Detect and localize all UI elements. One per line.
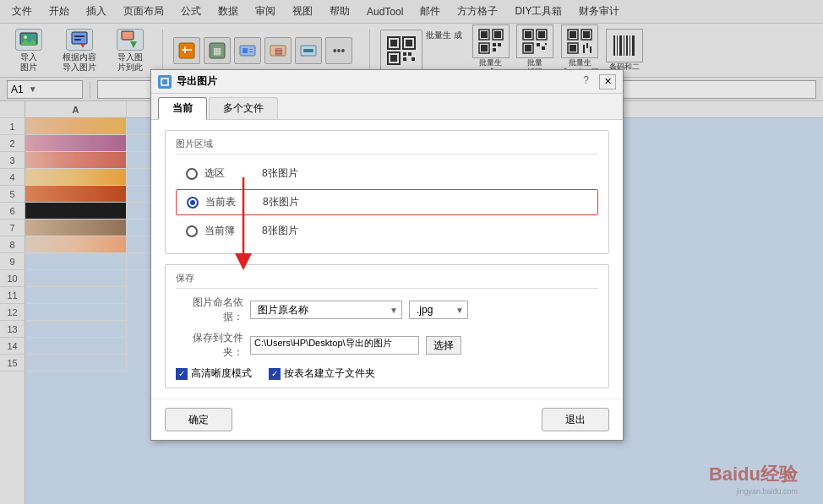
cell-a11[interactable] [25, 287, 127, 304]
import-by-content-label: 根据内容导入图片 [63, 52, 96, 73]
toolbar-extra-2[interactable]: ▦ [204, 37, 231, 64]
svg-rect-22 [406, 40, 412, 46]
cell-a7[interactable] [25, 219, 127, 236]
menu-item-diy[interactable]: DIY工具箱 [506, 1, 570, 22]
svg-rect-44 [537, 43, 540, 46]
menu-item-layout[interactable]: 页面布局 [115, 1, 172, 22]
naming-select[interactable]: 图片原名称 ▼ [250, 301, 402, 319]
svg-rect-34 [481, 45, 488, 51]
toolbar-extra-4[interactable]: ▤ [264, 37, 292, 64]
cell-a4[interactable] [25, 169, 127, 186]
option-current-book-count: 8张图片 [262, 224, 298, 238]
tab-multiple[interactable]: 多个文件 [209, 97, 278, 119]
cell-a5[interactable] [25, 186, 127, 203]
dialog-title-text: 导出图片 [177, 74, 217, 89]
menu-item-audtool[interactable]: AudTool [358, 3, 412, 21]
qr-toolbar-section: 批量生 成 [380, 30, 462, 72]
menu-item-finance[interactable]: 财务审计 [570, 1, 628, 22]
dialog-help-icon[interactable]: ? [583, 74, 589, 89]
svg-rect-7 [182, 49, 192, 51]
cell-a12[interactable] [25, 304, 127, 321]
import-to-cell-button[interactable]: 导入图片到此 [108, 27, 152, 74]
dialog-close-btn[interactable]: ✕ [599, 74, 616, 89]
toolbar-extra-more[interactable]: ••• [325, 37, 352, 64]
naming-value: 图片原名称 [254, 303, 386, 317]
path-row: 保存到文件夹： C:\Users\HP\Desktop\导出的图片 选择 [176, 331, 598, 360]
cell-ref-box[interactable]: A1 ▼ [7, 80, 83, 99]
path-label: 保存到文件夹： [176, 331, 243, 360]
cell-a14[interactable] [25, 338, 127, 355]
svg-rect-37 [493, 48, 496, 51]
dialog-body: 图片区域 选区 8张图片 当前表 8张图片 当前簿 8张图片 [151, 120, 623, 398]
cancel-button[interactable]: 退出 [542, 408, 609, 431]
ext-select[interactable]: .jpg ▼ [409, 301, 468, 319]
hd-mode-checkbox-item[interactable]: 高清晰度模式 [176, 366, 252, 381]
menu-item-file[interactable]: 文件 [3, 1, 41, 22]
svg-rect-39 [525, 31, 531, 38]
toolbar-extra-5[interactable] [295, 37, 322, 64]
svg-rect-56 [613, 35, 615, 56]
tab-current[interactable]: 当前 [158, 97, 207, 120]
row-header-11: 11 [0, 287, 25, 304]
cell-a2[interactable] [25, 135, 127, 152]
sub-folder-checkbox-item[interactable]: 按表名建立子文件夹 [269, 366, 375, 381]
radio-selection[interactable] [186, 168, 198, 180]
dialog-title-content: 导出图片 [158, 74, 217, 89]
cell-a6[interactable] [25, 203, 127, 219]
svg-rect-52 [570, 45, 576, 51]
menu-item-ffgz[interactable]: 方方格子 [449, 1, 506, 22]
barcode-btn[interactable]: 条码和二 [606, 29, 643, 72]
cell-a8[interactable] [25, 236, 127, 253]
svg-point-1 [24, 35, 27, 39]
menu-item-mail[interactable]: 邮件 [412, 1, 449, 22]
option-current-sheet-count: 8张图片 [263, 195, 299, 209]
cell-a3[interactable] [25, 152, 127, 169]
menu-item-help[interactable]: 帮助 [321, 1, 358, 22]
toolbar-extra-1[interactable] [173, 37, 200, 64]
export-dialog: 导出图片 ? ✕ 当前 多个文件 图片区域 选区 8张图片 [150, 69, 624, 441]
svg-rect-32 [494, 31, 501, 38]
hd-mode-checkbox [176, 368, 188, 380]
toolbar-extra-3[interactable] [234, 37, 261, 64]
svg-rect-20 [390, 40, 397, 46]
menu-item-insert[interactable]: 插入 [78, 1, 115, 22]
corner-cell [0, 101, 25, 118]
row-header-4: 4 [0, 169, 25, 186]
cell-a9[interactable] [25, 253, 127, 270]
image-area-section: 图片区域 选区 8张图片 当前表 8张图片 当前簿 8张图片 [165, 130, 609, 254]
import-img-button[interactable]: 导入图片 [7, 27, 51, 74]
choose-button[interactable]: 选择 [426, 336, 461, 355]
row-header-12: 12 [0, 304, 25, 321]
radio-current-book[interactable] [186, 225, 198, 237]
svg-rect-8 [184, 46, 186, 53]
svg-rect-64 [162, 79, 167, 84]
path-input[interactable]: C:\Users\HP\Desktop\导出的图片 [250, 336, 419, 355]
option-current-sheet-label: 当前表 [205, 195, 256, 209]
confirm-button[interactable]: 确定 [165, 408, 232, 431]
svg-rect-43 [525, 45, 531, 51]
menu-item-home[interactable]: 开始 [41, 1, 78, 22]
svg-text:▦: ▦ [213, 46, 221, 56]
menu-item-review[interactable]: 审阅 [247, 1, 284, 22]
cell-a15[interactable] [25, 355, 127, 371]
radio-current-sheet[interactable] [187, 197, 199, 209]
menu-item-data[interactable]: 数据 [210, 1, 247, 22]
menu-item-view[interactable]: 视图 [284, 1, 321, 22]
cell-a10[interactable] [25, 270, 127, 287]
cell-a13[interactable] [25, 321, 127, 338]
cell-a1[interactable] [25, 118, 127, 135]
svg-rect-60 [626, 35, 628, 56]
menu-item-formula[interactable]: 公式 [172, 1, 210, 22]
import-img-label: 导入图片 [20, 52, 37, 73]
path-value: C:\Users\HP\Desktop\导出的图片 [254, 338, 392, 348]
option-current-book-row: 当前簿 8张图片 [176, 219, 598, 243]
dialog-controls: ? ✕ [583, 74, 616, 89]
qr-code-img-1[interactable] [380, 30, 422, 72]
svg-rect-58 [619, 35, 622, 56]
qr-generate-label: 批量生 成 [426, 30, 462, 41]
addr-divider [90, 81, 90, 98]
svg-rect-53 [583, 45, 585, 53]
import-by-content-button[interactable]: 根据内容导入图片 [57, 27, 101, 74]
svg-rect-14 [249, 51, 253, 52]
svg-rect-50 [583, 31, 590, 38]
